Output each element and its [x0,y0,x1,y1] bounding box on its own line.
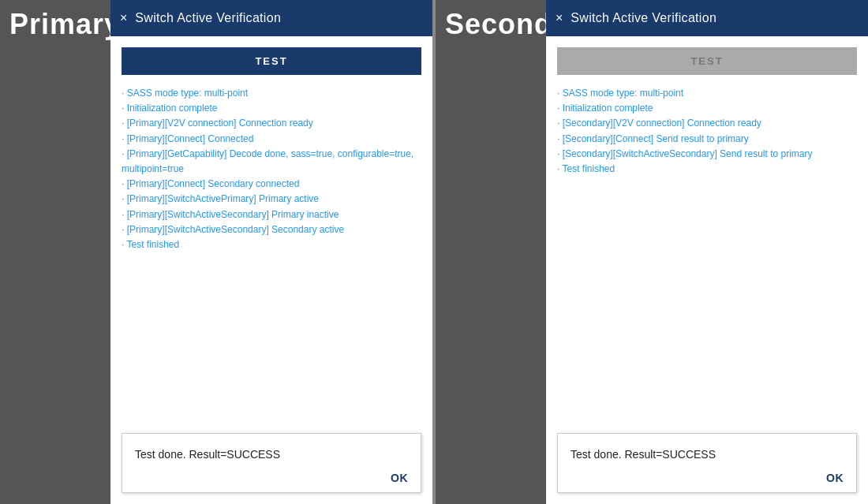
log-line: · [Primary][SwitchActivePrimary] Primary… [122,192,421,207]
primary-ok-button[interactable]: OK [391,472,408,484]
primary-device-col: × Switch Active Verification TEST · SASS… [110,0,432,504]
secondary-label-col: Secondary [436,0,546,504]
log-line: · Test finished [557,162,857,177]
log-line: · [Secondary][Connect] Send result to pr… [557,132,857,147]
log-line: · Initialization complete [122,101,421,116]
log-line: · [Secondary][V2V connection] Connection… [557,116,857,131]
secondary-ok-button[interactable]: OK [826,472,844,484]
log-line: · [Secondary][SwitchActiveSecondary] Sen… [557,147,857,162]
log-line: · [Primary][GetCapability] Decode done, … [122,147,421,177]
log-line: · [Primary][V2V connection] Connection r… [122,116,421,131]
primary-ok-btn-row: OK [135,472,408,484]
primary-log-area: · SASS mode type: multi-point· Initializ… [122,86,421,422]
secondary-dialog-header: × Switch Active Verification [546,0,868,36]
log-line: · [Primary][SwitchActiveSecondary] Prima… [122,207,421,222]
primary-result-text: Test done. Result=SUCCESS [135,448,408,461]
primary-label-col: Primary [0,0,110,504]
primary-dialog-body: TEST · SASS mode type: multi-point· Init… [110,36,432,504]
primary-panel: Primary × Switch Active Verification TES… [0,0,432,504]
secondary-device-col: × Switch Active Verification TEST · SASS… [546,0,868,504]
secondary-dialog-title: Switch Active Verification [571,11,716,25]
primary-result-dialog: Test done. Result=SUCCESS OK [122,433,421,493]
primary-close-icon[interactable]: × [120,12,127,24]
log-line: · Initialization complete [557,101,857,116]
log-line: · SASS mode type: multi-point [122,86,421,101]
secondary-close-icon[interactable]: × [556,12,563,24]
log-line: · [Primary][SwitchActiveSecondary] Secon… [122,222,421,237]
log-line: · Test finished [122,237,421,252]
secondary-result-dialog: Test done. Result=SUCCESS OK [557,433,857,493]
primary-test-button[interactable]: TEST [122,47,421,75]
secondary-log-area: · SASS mode type: multi-point· Initializ… [557,86,857,422]
log-line: · [Primary][Connect] Connected [122,132,421,147]
log-line: · SASS mode type: multi-point [557,86,857,101]
secondary-panel: Secondary × Switch Active Verification T… [436,0,868,504]
secondary-dialog-body: TEST · SASS mode type: multi-point· Init… [546,36,868,504]
secondary-result-text: Test done. Result=SUCCESS [571,448,844,461]
secondary-test-button[interactable]: TEST [557,47,857,75]
primary-dialog-header: × Switch Active Verification [110,0,432,36]
log-line: · [Primary][Connect] Secondary connected [122,177,421,192]
primary-dialog-title: Switch Active Verification [135,11,281,25]
primary-label: Primary [9,8,121,41]
secondary-ok-btn-row: OK [571,472,844,484]
